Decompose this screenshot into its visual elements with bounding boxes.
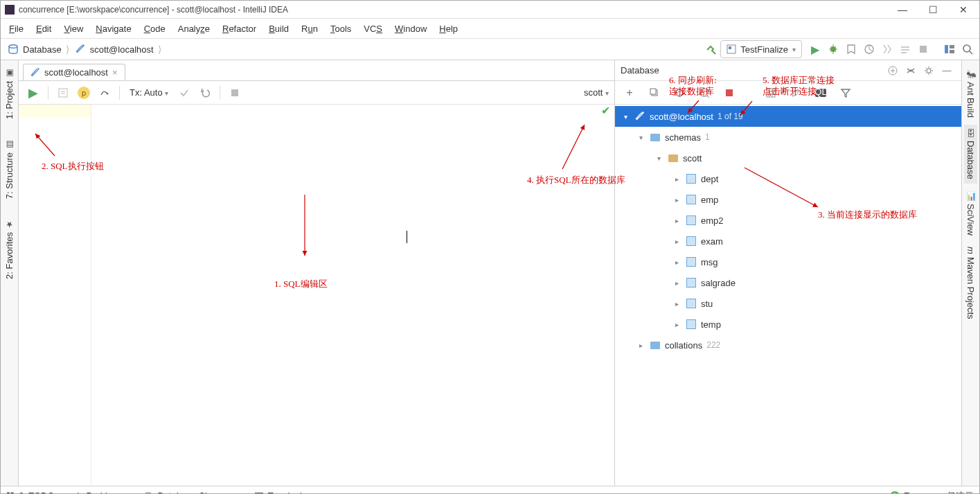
chevron-right-icon[interactable]: ▸	[672, 175, 681, 183]
schema-selector[interactable]: scott ▾	[584, 87, 609, 98]
tab-ant-build[interactable]: 🐜Ant Build	[964, 64, 977, 122]
tree-table[interactable]: ▸temp	[615, 314, 961, 335]
tab-favorites[interactable]: 2: Favorites★	[3, 215, 16, 283]
tree-schema[interactable]: ▾ scott	[615, 148, 961, 168]
table-view-icon[interactable]	[762, 84, 780, 102]
chevron-down-icon[interactable]: ▾	[654, 155, 663, 162]
tab-sciview[interactable]: 📊SciView	[964, 186, 977, 240]
settings-button[interactable]	[96, 84, 114, 102]
tree-table[interactable]: ▸dept	[615, 168, 961, 189]
cancel-query-button[interactable]	[226, 84, 244, 102]
execute-button[interactable]: ▶	[24, 84, 42, 102]
chevron-right-icon[interactable]: ▸	[672, 258, 681, 266]
status-event[interactable]: 1Ev	[890, 491, 914, 494]
editor-tab-console[interactable]: scott@localhost ×	[23, 64, 125, 80]
collapse-expand-icon[interactable]	[902, 62, 920, 80]
project-structure-button[interactable]	[941, 40, 959, 58]
feather-icon	[75, 44, 86, 55]
tree-table-label: emp2	[701, 215, 724, 226]
search-everywhere-button[interactable]	[959, 40, 977, 58]
menu-build[interactable]: Build	[263, 21, 294, 36]
rollback-button[interactable]	[196, 84, 214, 102]
edit-icon[interactable]	[787, 84, 805, 102]
datasource-properties-icon[interactable]	[695, 84, 713, 102]
tree-table[interactable]: ▸emp2	[615, 210, 961, 231]
run-button[interactable]: ▶	[806, 40, 824, 58]
duplicate-icon[interactable]	[645, 84, 663, 102]
tree-table[interactable]: ▸emp	[615, 189, 961, 210]
tree-schemas[interactable]: ▾ schemas 1	[615, 127, 961, 148]
chevron-right-icon[interactable]: ▸	[672, 321, 681, 328]
breadcrumb-database[interactable]: Database	[3, 39, 66, 59]
close-tab-icon[interactable]: ×	[112, 67, 118, 78]
status-problems[interactable]: ⚠Problems	[74, 491, 125, 494]
panel-settings-icon[interactable]	[920, 62, 938, 80]
status-terminal[interactable]: Terminal	[254, 491, 302, 494]
chevron-down-icon[interactable]: ▾	[636, 134, 645, 141]
tab-maven[interactable]: mMaven Projects	[964, 242, 977, 323]
tab-structure[interactable]: 7: Structure▤	[3, 136, 16, 203]
tab-database[interactable]: 🗄Database	[964, 125, 977, 184]
tree-table[interactable]: ▸stu	[615, 293, 961, 314]
window-title: concurrence [E:\worskpace\concurrence] -…	[19, 5, 898, 15]
database-icon	[8, 44, 19, 55]
menu-analyze[interactable]: Analyze	[172, 21, 215, 36]
database-tree[interactable]: ▾ scott@localhost 1 of 19 ▾ schemas 1 ▾ …	[615, 105, 961, 486]
menu-view[interactable]: View	[58, 21, 89, 36]
menu-vcs[interactable]: VCS	[358, 21, 388, 36]
concurrent-button[interactable]	[878, 40, 896, 58]
build-icon[interactable]	[702, 40, 720, 58]
explain-plan-button[interactable]	[54, 84, 72, 102]
browse-history-button[interactable]: p	[75, 84, 93, 102]
right-tool-strip: 🐜Ant Build 🗄Database 📊SciView mMaven Pro…	[961, 60, 979, 486]
breadcrumb-connection[interactable]: scott@localhost	[71, 39, 158, 59]
menu-refactor[interactable]: Refactor	[217, 21, 262, 36]
chevron-right-icon[interactable]: ▸	[672, 279, 681, 287]
menu-navigate[interactable]: Navigate	[90, 21, 136, 36]
minimize-button[interactable]: —	[898, 5, 907, 15]
tx-mode-selector[interactable]: Tx: Auto ▾	[125, 87, 172, 98]
run-config-selector[interactable]: TestFinalize ▾	[720, 40, 802, 58]
stop-button[interactable]	[914, 40, 932, 58]
commit-button[interactable]	[175, 84, 193, 102]
tree-table[interactable]: ▸msg	[615, 252, 961, 272]
chevron-right-icon[interactable]: ▸	[672, 238, 681, 245]
sql-console-icon[interactable]: QL	[812, 84, 830, 102]
profile-button[interactable]	[860, 40, 878, 58]
attach-process-button[interactable]	[896, 40, 914, 58]
new-icon[interactable]: +	[621, 84, 639, 102]
status-db-changes[interactable]: Database Changes	[143, 491, 234, 494]
tree-collations[interactable]: ▸ collations 222	[615, 335, 961, 355]
editor-text[interactable]: ✔	[91, 105, 614, 486]
menu-help[interactable]: Help	[434, 21, 463, 36]
chevron-right-icon[interactable]: ▸	[672, 300, 681, 308]
menu-tools[interactable]: Tools	[325, 21, 357, 36]
table-icon	[686, 173, 697, 184]
tree-table-label: exam	[701, 236, 723, 247]
debug-button[interactable]	[824, 40, 842, 58]
disconnect-icon[interactable]	[720, 84, 738, 102]
tree-table[interactable]: ▸exam	[615, 231, 961, 252]
menu-edit[interactable]: Edit	[30, 21, 57, 36]
coverage-button[interactable]	[842, 40, 860, 58]
table-icon	[686, 215, 697, 226]
filter-icon[interactable]	[837, 84, 855, 102]
status-todo[interactable]: ☷6: TODO	[6, 491, 55, 494]
chevron-right-icon[interactable]: ▸	[672, 217, 681, 224]
menu-code[interactable]: Code	[139, 21, 171, 36]
add-datasource-icon[interactable]	[884, 62, 902, 80]
tree-table[interactable]: ▸salgrade	[615, 272, 961, 293]
tree-root-connection[interactable]: ▾ scott@localhost 1 of 19	[615, 106, 961, 127]
close-button[interactable]: ✕	[959, 5, 968, 15]
hide-panel-icon[interactable]: —	[938, 62, 956, 80]
editor-area[interactable]: ✔	[19, 105, 614, 486]
chevron-down-icon[interactable]: ▾	[621, 113, 630, 121]
menu-run[interactable]: Run	[296, 21, 323, 36]
maximize-button[interactable]: ☐	[928, 5, 938, 15]
chevron-right-icon[interactable]: ▸	[636, 342, 645, 349]
chevron-right-icon[interactable]: ▸	[672, 196, 681, 204]
menu-file[interactable]: File	[3, 21, 29, 36]
menu-window[interactable]: Window	[389, 21, 432, 36]
tab-project[interactable]: 1: Project▣	[3, 64, 16, 123]
refresh-icon[interactable]	[670, 84, 688, 102]
